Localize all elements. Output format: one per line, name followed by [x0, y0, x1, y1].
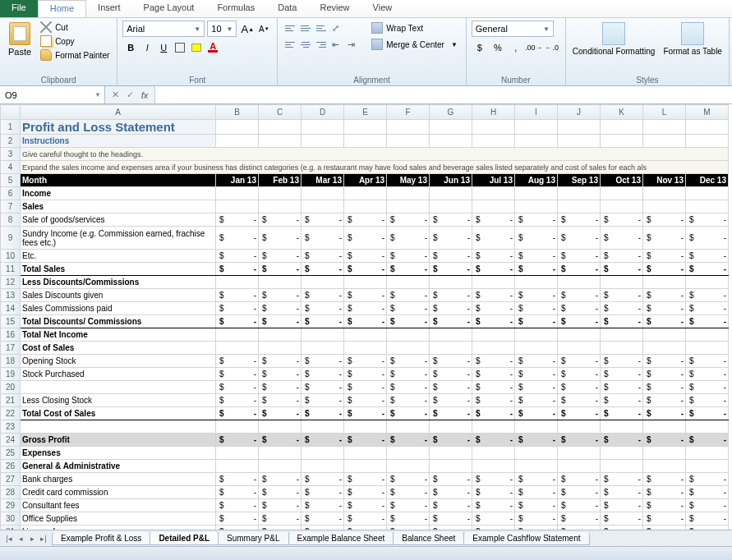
accounting-button[interactable]: $: [472, 39, 488, 56]
cell[interactable]: -: [344, 289, 387, 302]
cell[interactable]: [515, 200, 558, 213]
cell[interactable]: -: [643, 434, 686, 447]
cell[interactable]: [472, 420, 515, 434]
cell[interactable]: -: [601, 250, 643, 263]
cell[interactable]: -: [430, 355, 472, 368]
cell[interactable]: [430, 187, 472, 200]
cell[interactable]: -: [558, 473, 601, 486]
row-header[interactable]: 12: [1, 276, 21, 289]
cell[interactable]: [515, 120, 558, 135]
column-header[interactable]: F: [387, 105, 430, 120]
next-sheet-button[interactable]: ▸: [26, 535, 38, 543]
cell[interactable]: -: [515, 407, 558, 420]
cell[interactable]: -: [686, 250, 729, 263]
increase-decimal-button[interactable]: .00→: [526, 39, 542, 56]
cell[interactable]: [216, 187, 259, 200]
cell[interactable]: -: [558, 394, 601, 407]
cell[interactable]: -: [216, 394, 259, 407]
sheet-tab[interactable]: Summary P&L: [218, 532, 288, 545]
italic-button[interactable]: I: [139, 39, 155, 56]
formula-input[interactable]: [155, 86, 732, 103]
cell[interactable]: [515, 342, 558, 355]
cell[interactable]: -: [344, 526, 387, 530]
cell[interactable]: -: [259, 263, 302, 276]
cell[interactable]: [515, 135, 558, 148]
select-all-cell[interactable]: [1, 105, 21, 120]
cell[interactable]: -: [259, 213, 302, 227]
cell[interactable]: -: [643, 512, 686, 526]
font-color-button[interactable]: A: [205, 39, 221, 56]
decrease-decimal-button[interactable]: ←.0: [544, 39, 560, 56]
cell[interactable]: -: [387, 315, 430, 328]
cell[interactable]: -: [601, 213, 643, 227]
cell[interactable]: -: [472, 381, 515, 394]
cell[interactable]: -: [302, 302, 344, 315]
name-box[interactable]: O9▼: [0, 86, 105, 103]
cell[interactable]: -: [302, 407, 344, 420]
cell[interactable]: -: [472, 355, 515, 368]
cell[interactable]: -: [472, 289, 515, 302]
cell[interactable]: -: [259, 302, 302, 315]
column-header[interactable]: K: [601, 105, 643, 120]
cell[interactable]: -: [558, 381, 601, 394]
row-header[interactable]: 11: [1, 263, 21, 276]
cell[interactable]: -: [686, 407, 729, 420]
orientation-button[interactable]: ⤢: [329, 21, 344, 35]
cell[interactable]: -: [472, 407, 515, 420]
cell[interactable]: [302, 447, 344, 460]
cell[interactable]: -: [216, 473, 259, 486]
cell[interactable]: -: [216, 526, 259, 530]
ribbon-tab-view[interactable]: View: [361, 0, 404, 17]
cell[interactable]: -: [643, 355, 686, 368]
cell[interactable]: -: [259, 381, 302, 394]
cell[interactable]: -: [430, 526, 472, 530]
cell[interactable]: [430, 328, 472, 342]
cell[interactable]: [515, 447, 558, 460]
cell[interactable]: -: [387, 227, 430, 250]
cell[interactable]: -: [558, 486, 601, 499]
decrease-indent-button[interactable]: ⇤: [329, 37, 344, 52]
column-header[interactable]: L: [643, 105, 686, 120]
cell[interactable]: [686, 135, 729, 148]
sheet-tab[interactable]: Example Cashflow Statement: [463, 532, 589, 545]
row-header[interactable]: 16: [1, 328, 21, 342]
cell[interactable]: [216, 342, 259, 355]
sheet-tab[interactable]: Example Profit & Loss: [52, 532, 150, 545]
cell[interactable]: -: [259, 526, 302, 530]
align-top-button[interactable]: [283, 21, 297, 35]
cell[interactable]: -: [344, 355, 387, 368]
cell[interactable]: Expenses: [21, 447, 216, 460]
column-header[interactable]: J: [558, 105, 601, 120]
cell[interactable]: -: [686, 368, 729, 381]
cell[interactable]: [387, 276, 430, 289]
cell[interactable]: -: [601, 263, 643, 276]
cell[interactable]: -: [387, 473, 430, 486]
cell[interactable]: -: [302, 512, 344, 526]
cell[interactable]: -: [387, 434, 430, 447]
cell[interactable]: Profit and Loss Statement: [21, 120, 216, 135]
cell[interactable]: -: [259, 289, 302, 302]
row-header[interactable]: 2: [1, 135, 21, 148]
ribbon-tab-data[interactable]: Data: [266, 0, 308, 17]
cell[interactable]: -: [643, 486, 686, 499]
cell[interactable]: [430, 460, 472, 473]
cell[interactable]: -: [430, 315, 472, 328]
cell[interactable]: -: [430, 512, 472, 526]
row-header[interactable]: 13: [1, 289, 21, 302]
cell[interactable]: -: [216, 434, 259, 447]
align-middle-button[interactable]: [298, 21, 313, 35]
row-header[interactable]: 22: [1, 407, 21, 420]
cell[interactable]: -: [259, 434, 302, 447]
cell[interactable]: -: [515, 302, 558, 315]
cell[interactable]: -: [601, 512, 643, 526]
cell[interactable]: -: [558, 302, 601, 315]
cell[interactable]: -: [344, 434, 387, 447]
cell[interactable]: -: [515, 355, 558, 368]
cell[interactable]: Sales Discounts given: [21, 289, 216, 302]
cell[interactable]: [344, 420, 387, 434]
cell[interactable]: Instructions: [21, 135, 216, 148]
cell[interactable]: Give careful thought to the headings.: [21, 148, 729, 161]
cell[interactable]: Sales: [21, 200, 216, 213]
cell[interactable]: -: [344, 368, 387, 381]
cell[interactable]: [643, 447, 686, 460]
